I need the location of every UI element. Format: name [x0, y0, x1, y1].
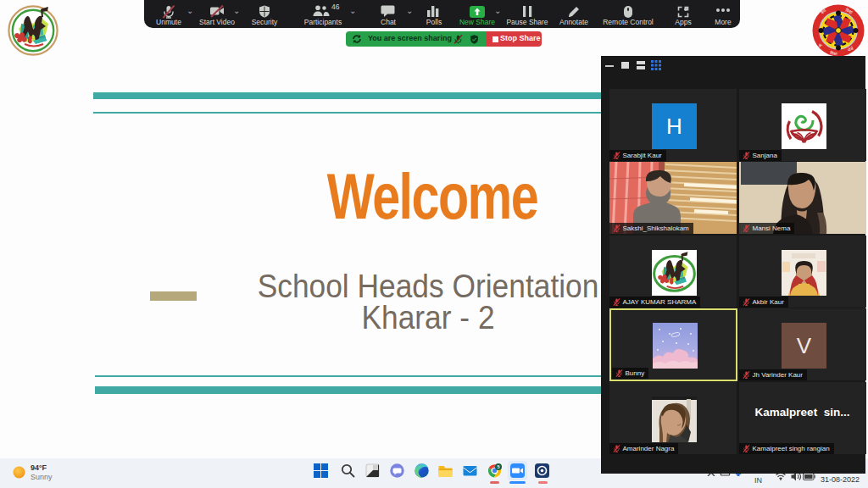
svg-text:5: 5 [497, 464, 499, 469]
